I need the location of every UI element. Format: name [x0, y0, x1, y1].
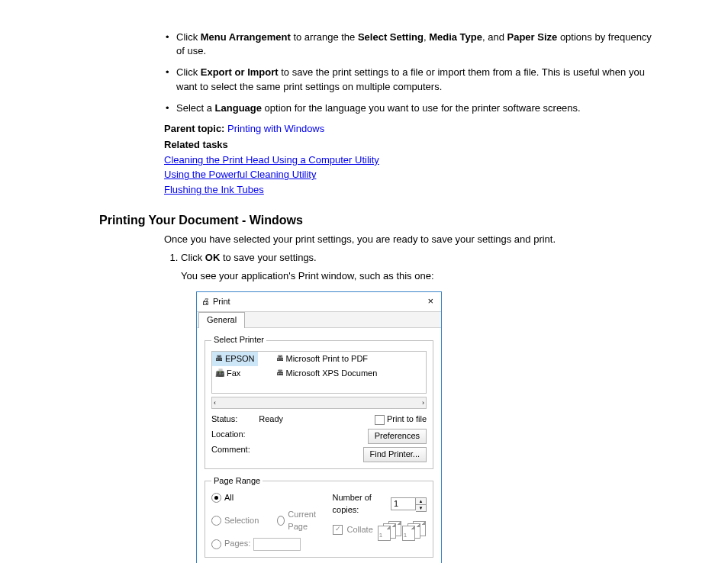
printer-item-epson[interactable]: 🖶EPSON	[212, 352, 258, 366]
related-link[interactable]: Cleaning the Print Head Using a Computer…	[164, 153, 652, 167]
parent-topic: Parent topic: Printing with Windows	[164, 123, 652, 134]
tab-row: General	[197, 311, 441, 328]
collate-checkbox[interactable]	[333, 525, 343, 535]
related-tasks-label: Related tasks	[164, 139, 652, 150]
print-dialog: 🖨 Print × General Select Printer	[196, 291, 442, 563]
copies-spinner[interactable]: 1 ▲▼	[391, 497, 427, 510]
printer-item-xps[interactable]: 🖶Microsoft XPS Documen	[273, 366, 381, 381]
print-to-file-checkbox[interactable]: Print to file	[375, 413, 427, 426]
printer-ready-icon: 🖶	[215, 353, 223, 365]
bullet-list: Click Menu Arrangement to arrange the Se…	[164, 31, 652, 115]
section-title: Printing Your Document - Windows	[99, 214, 652, 227]
bullet-item: Select a Language option for the languag…	[164, 101, 652, 115]
close-button[interactable]: ×	[424, 294, 436, 309]
radio-all[interactable]: All	[211, 492, 325, 504]
pages-input[interactable]	[253, 538, 301, 551]
bullet-item: Click Menu Arrangement to arrange the Se…	[164, 31, 652, 58]
printer-item-pdf[interactable]: 🖶Microsoft Print to PDF	[273, 352, 381, 366]
dialog-title: Print	[213, 296, 230, 308]
step-note: You see your application's Print window,…	[181, 269, 652, 284]
parent-topic-link[interactable]: Printing with Windows	[227, 123, 324, 134]
tab-general[interactable]: General	[198, 312, 245, 328]
related-link[interactable]: Flushing the Ink Tubes	[164, 183, 652, 197]
printer-list[interactable]: 🖶EPSON 📠Fax 🖶Microsoft Print to PDF 🖶Mic…	[211, 351, 427, 394]
find-printer-button[interactable]: Find Printer...	[363, 447, 427, 462]
radio-pages[interactable]: Pages:	[211, 538, 325, 551]
radio-selection[interactable]: Selection	[211, 509, 259, 533]
fax-icon: 📠	[215, 368, 224, 379]
title-bar: 🖨 Print ×	[197, 292, 441, 311]
spinner-down-icon[interactable]: ▼	[416, 504, 427, 512]
bullet-item: Click Export or Import to save the print…	[164, 66, 652, 93]
printer-icon: 🖶	[276, 353, 284, 365]
scroll-right-icon[interactable]: ›	[422, 398, 424, 408]
printer-item-fax[interactable]: 📠Fax	[212, 366, 258, 381]
collate-illustration: 321 321	[378, 521, 424, 539]
spinner-up-icon[interactable]: ▲	[416, 497, 427, 504]
radio-current-page[interactable]: Current Page	[277, 509, 324, 533]
printer-icon: 🖨	[201, 296, 210, 308]
printer-icon: 🖶	[276, 368, 284, 379]
section-intro: Once you have selected your print settin…	[164, 233, 652, 245]
select-printer-group: Select Printer 🖶EPSON 📠Fax 🖶Microsoft Pr…	[205, 334, 433, 469]
page-range-group: Page Range All Selection Current Page Pa…	[205, 475, 433, 558]
scroll-left-icon[interactable]: ‹	[214, 398, 216, 408]
horizontal-scrollbar[interactable]: ‹›	[211, 397, 427, 409]
related-link[interactable]: Using the Powerful Cleaning Utility	[164, 168, 652, 182]
step-item: Click OK to save your settings. You see …	[181, 251, 652, 563]
preferences-button[interactable]: Preferences	[368, 429, 427, 444]
